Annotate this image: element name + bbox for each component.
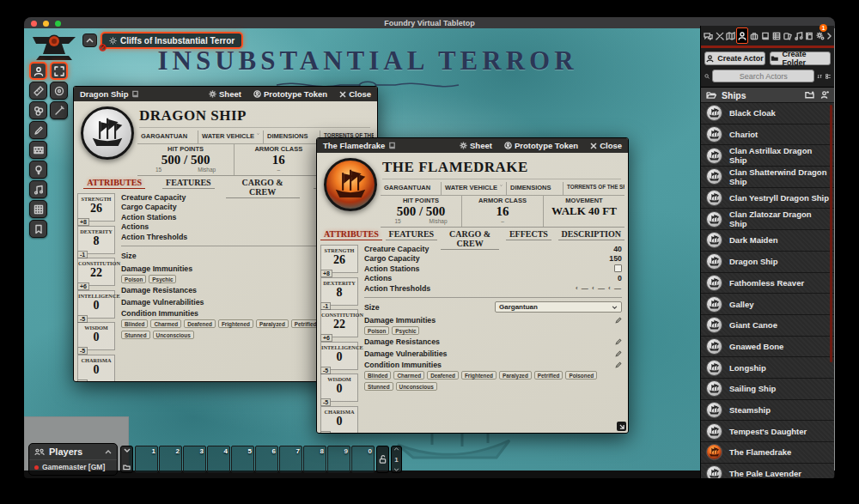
source-field[interactable]: Torrents of the Spellik xyxy=(563,182,624,195)
hit-points-block[interactable]: Hit Points 500 / 500 15Mishap xyxy=(381,196,461,227)
vehicle-type-select[interactable]: Water Vehicle xyxy=(198,131,263,143)
foundry-logo[interactable] xyxy=(27,30,81,63)
wall-controls-button[interactable] xyxy=(29,141,47,159)
scenes-tab[interactable] xyxy=(726,27,736,44)
playlists-tab[interactable] xyxy=(794,27,804,44)
creature-capacity-row[interactable]: Creature Capacity40 xyxy=(364,244,622,254)
close-window-button[interactable]: Close xyxy=(590,141,622,150)
minimize-traffic-light[interactable] xyxy=(43,21,49,27)
directory-scrollbar[interactable] xyxy=(830,105,832,362)
hotbar-slot[interactable]: 1 xyxy=(135,446,158,473)
settings-tab[interactable]: 1 xyxy=(815,27,825,44)
resize-handle[interactable] xyxy=(617,422,626,431)
hotbar-slot[interactable]: 2 xyxy=(159,446,182,473)
action-thresholds-row[interactable]: Action Thresholds‹ — ‹ — ‹ — xyxy=(364,283,622,294)
select-targets-button[interactable] xyxy=(50,62,68,80)
create-actor-in-folder-icon[interactable] xyxy=(820,91,829,99)
actor-list-item[interactable]: Gnawed Bone xyxy=(701,337,834,358)
wand-tool-button[interactable] xyxy=(50,101,68,119)
create-subfolder-icon[interactable] xyxy=(805,91,814,99)
cargo-capacity-row[interactable]: Cargo Capacity150 xyxy=(364,254,622,264)
hotbar-lock-button[interactable] xyxy=(376,446,389,473)
nav-collapse-button[interactable] xyxy=(82,33,97,47)
hotbar-slot[interactable]: 9 xyxy=(327,446,350,473)
actor-name[interactable]: The Flamedrake xyxy=(382,159,621,179)
actor-list-item[interactable]: Giant Canoe xyxy=(701,315,834,337)
ability-block[interactable]: Dexterity8-1 xyxy=(320,277,358,306)
ability-block[interactable]: Intelligence0-5 xyxy=(320,342,358,370)
window-titlebar[interactable]: The Flamedrake Sheet Prototype Token Clo… xyxy=(317,138,628,153)
actor-list-item[interactable]: The Flamedrake xyxy=(701,442,834,464)
hotbar-slot[interactable]: 6 xyxy=(255,446,278,473)
actor-list-item[interactable]: Dragon Ship xyxy=(701,252,834,273)
armor-class-block[interactable]: Armor Class 16 – xyxy=(234,144,322,175)
actor-portrait[interactable] xyxy=(81,106,134,160)
actor-list-item[interactable]: Galley xyxy=(701,294,834,315)
action-stations-checkbox[interactable] xyxy=(614,264,622,272)
journal-tab[interactable] xyxy=(760,27,771,44)
sidebar-collapse-button[interactable] xyxy=(826,27,832,44)
ability-block[interactable]: Strength26+8 xyxy=(77,193,115,222)
tile-controls-button[interactable] xyxy=(29,101,47,119)
sheet-tab[interactable]: Features xyxy=(151,178,225,190)
actor-list-item[interactable]: The Pale Lavender xyxy=(701,464,834,478)
prototype-token-button[interactable]: Prototype Token xyxy=(504,141,578,150)
actor-list-item[interactable]: Sailing Ship xyxy=(701,379,834,400)
region-controls-button[interactable] xyxy=(29,200,47,218)
actor-list-item[interactable]: Clan Shatterwind Dragon Ship xyxy=(701,167,834,188)
actor-list-item[interactable]: Steamship xyxy=(701,400,834,422)
drawing-controls-button[interactable] xyxy=(29,121,47,139)
search-input[interactable] xyxy=(712,70,814,82)
armor-class-block[interactable]: Armor Class 16 – xyxy=(461,196,543,227)
hotbar-slot[interactable]: 3 xyxy=(183,446,206,473)
hotbar-menu[interactable] xyxy=(120,446,133,473)
chat-tab[interactable] xyxy=(704,27,714,44)
ability-block[interactable]: Strength26+8 xyxy=(320,245,358,273)
toggle-folders-icon[interactable] xyxy=(825,72,831,81)
sheet-tab[interactable]: Effects xyxy=(499,229,557,241)
dimensions-field[interactable]: Dimensions xyxy=(263,131,320,143)
ability-block[interactable]: Constitution22+6 xyxy=(320,309,358,337)
hotbar-slot[interactable]: 7 xyxy=(279,446,302,473)
sound-controls-button[interactable] xyxy=(29,180,47,198)
ability-block[interactable]: Wisdom0-5 xyxy=(320,373,358,402)
actor-portrait[interactable] xyxy=(324,158,377,211)
size-field[interactable]: Gargantuan xyxy=(137,131,198,143)
actor-list-item[interactable]: Longship xyxy=(701,357,834,379)
lighting-controls-button[interactable] xyxy=(29,161,47,179)
window-titlebar[interactable]: Dragon Ship Sheet Prototype Token Close xyxy=(74,87,377,101)
sheet-tab[interactable]: Features xyxy=(382,229,441,241)
sheet-tab[interactable]: Description xyxy=(558,229,624,241)
vehicle-type-select[interactable]: Water Vehicle xyxy=(441,182,506,195)
actors-tab[interactable] xyxy=(736,27,748,44)
actor-list-item[interactable]: Clan Zlatozar Dragon Ship xyxy=(701,209,834,230)
tables-tab[interactable] xyxy=(771,27,782,44)
edit-icon[interactable] xyxy=(615,361,622,368)
cards-tab[interactable] xyxy=(783,27,793,44)
combat-tab[interactable] xyxy=(715,27,725,44)
close-traffic-light[interactable] xyxy=(31,21,37,27)
sheet-tab[interactable]: Cargo & Crew xyxy=(441,229,499,241)
ability-block[interactable]: Wisdom0-5 xyxy=(77,322,115,350)
sheet-tab[interactable]: Attributes xyxy=(77,178,151,190)
size-field[interactable]: Gargantuan xyxy=(381,182,441,195)
edit-icon[interactable] xyxy=(615,317,622,324)
actor-list-item[interactable]: Clan Yestryll Dragon Ship xyxy=(701,188,834,209)
prototype-token-button[interactable]: Prototype Token xyxy=(253,89,327,99)
token-controls-button[interactable] xyxy=(29,62,47,80)
edit-icon[interactable] xyxy=(615,338,622,345)
create-actor-button[interactable]: Create Actor xyxy=(704,52,765,65)
actor-list-item[interactable]: Clan Astrillax Dragon Ship xyxy=(701,145,834,167)
player-row[interactable]: Gamemaster [GM] xyxy=(29,460,117,475)
sheet-config-button[interactable]: Sheet xyxy=(209,89,241,99)
ability-block[interactable]: Dexterity8-1 xyxy=(77,226,115,254)
hotbar-slot[interactable]: 8 xyxy=(303,446,326,473)
target-tool-button[interactable] xyxy=(50,82,68,100)
movement-block[interactable]: Movement Walk 40 ft xyxy=(543,196,624,227)
hotbar-page-control[interactable]: 1 xyxy=(391,446,402,473)
scene-nav-item[interactable]: Cliffs of Insubstantial Terror xyxy=(101,32,243,49)
size-select[interactable]: Gargantuan xyxy=(495,301,622,313)
hotbar-slot[interactable]: 5 xyxy=(231,446,254,473)
actor-name[interactable]: Dragon Ship xyxy=(139,107,370,128)
hit-points-block[interactable]: Hit Points 500 / 500 15Mishap xyxy=(137,144,234,175)
